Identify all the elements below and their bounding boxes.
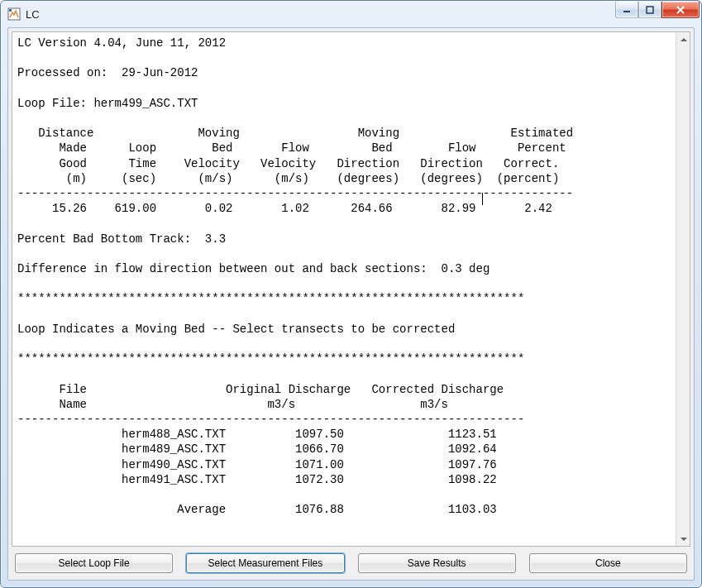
minimize-button[interactable] <box>615 2 638 18</box>
maximize-icon <box>646 6 654 14</box>
minimize-icon <box>623 6 631 14</box>
close-button[interactable]: Close <box>529 553 687 573</box>
svg-rect-1 <box>9 9 12 12</box>
client-area: LC Version 4.04, June 11, 2012 Processed… <box>7 27 695 581</box>
select-loop-file-button[interactable]: Select Loop File <box>15 553 173 573</box>
chevron-down-icon <box>681 538 687 541</box>
button-row: Select Loop File Select Measurement File… <box>12 547 690 576</box>
scroll-down-button[interactable] <box>676 532 690 546</box>
chevron-up-icon <box>681 38 687 41</box>
svg-rect-3 <box>647 7 653 13</box>
app-window: LC LC Version 4.04, June 11, 2012 Proces… <box>0 0 702 588</box>
close-icon <box>676 6 685 14</box>
select-measurement-files-button[interactable]: Select Measurement Files <box>186 553 344 573</box>
app-icon <box>7 7 21 21</box>
svg-rect-2 <box>623 11 630 12</box>
close-window-button[interactable] <box>661 2 700 18</box>
scrollbar[interactable] <box>676 32 690 546</box>
scroll-up-button[interactable] <box>676 32 690 46</box>
titlebar[interactable]: LC <box>1 1 701 27</box>
save-results-button[interactable]: Save Results <box>358 553 516 573</box>
maximize-button[interactable] <box>638 2 661 18</box>
results-text[interactable]: LC Version 4.04, June 11, 2012 Processed… <box>17 36 685 518</box>
results-text-panel[interactable]: LC Version 4.04, June 11, 2012 Processed… <box>12 31 690 547</box>
window-title: LC <box>26 8 40 21</box>
text-caret <box>482 193 483 205</box>
window-controls <box>615 2 700 18</box>
